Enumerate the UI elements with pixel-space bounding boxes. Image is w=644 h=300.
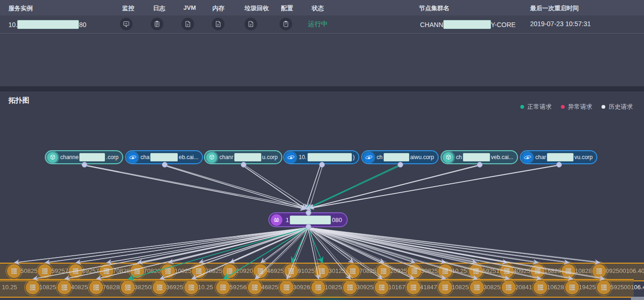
monitor-icon[interactable] xyxy=(120,18,133,30)
restart-time: 2019-07-23 10:57:31 xyxy=(530,20,591,28)
column-header: 垃圾回收 xyxy=(245,4,269,13)
node-label-suffix: ) xyxy=(353,154,355,160)
cluster-name: CHANNY-CORE xyxy=(420,20,516,29)
column-header: 最后一次重启时间 xyxy=(530,4,579,13)
instance-address: 10.80 xyxy=(8,20,86,29)
node-label-prefix: ch xyxy=(456,154,462,160)
legend-label: 正常请求 xyxy=(527,103,552,111)
link-anchor xyxy=(398,162,403,167)
section-divider xyxy=(0,86,644,91)
link-anchor xyxy=(162,162,168,167)
node-label-suffix: .corp xyxy=(106,154,119,160)
status-badge: 运行中 xyxy=(308,20,328,28)
topology-panel: 拓扑图 正常请求异常请求历史请求 50825592576925770828708… xyxy=(0,91,644,300)
table-header-row: 服务实例监控日志JVM内存垃圾回收配置状态节点集群名最后一次重启时间 xyxy=(0,0,644,15)
instance-row-band xyxy=(0,263,644,281)
browser-icon: e xyxy=(364,152,374,163)
node-label-suffix: 080 xyxy=(332,216,342,223)
redaction-box xyxy=(463,153,490,161)
node-label-suffix: veb.cai... xyxy=(491,154,513,160)
browser-icon: e xyxy=(286,152,296,163)
node-label-prefix: cha xyxy=(140,154,149,160)
legend-dot xyxy=(602,105,605,109)
redaction-box xyxy=(290,216,331,224)
redaction-box xyxy=(150,153,178,161)
legend-item[interactable]: 正常请求 xyxy=(520,103,552,111)
cube-icon xyxy=(47,152,58,163)
redaction-box xyxy=(384,153,409,161)
column-header: 配置 xyxy=(281,4,293,13)
link-anchor xyxy=(241,162,246,167)
jvm-doc-icon[interactable] xyxy=(182,18,194,30)
node-label-suffix: eb.cai... xyxy=(179,154,198,160)
link-anchor xyxy=(306,210,311,216)
instance-row-band xyxy=(0,279,634,298)
node-label-prefix: char xyxy=(535,154,546,160)
node-label-prefix: 1 xyxy=(286,216,289,223)
column-header: 内存 xyxy=(212,4,224,13)
redaction-box xyxy=(547,153,573,161)
node-label-prefix: chanr xyxy=(219,154,233,160)
memory-doc-icon[interactable] xyxy=(212,18,224,30)
cube-icon xyxy=(206,152,217,163)
service-instance-table: 服务实例监控日志JVM内存垃圾回收配置状态节点集群名最后一次重启时间 10.80… xyxy=(0,0,644,86)
node-label-suffix: vu.corp xyxy=(574,154,593,160)
browser-icon: e xyxy=(522,152,533,163)
link-anchor xyxy=(477,162,483,167)
link-anchor xyxy=(556,162,562,167)
gc-doc-icon[interactable] xyxy=(245,18,257,30)
legend-label: 历史请求 xyxy=(609,103,633,111)
redaction-box xyxy=(17,20,79,29)
link-anchor xyxy=(319,162,325,167)
column-header: 服务实例 xyxy=(8,4,33,13)
legend-item[interactable]: 历史请求 xyxy=(602,103,633,111)
node-label-suffix: u.corp xyxy=(262,154,278,160)
scroll-corner xyxy=(631,297,644,300)
legend-dot xyxy=(520,105,524,109)
column-header: JVM xyxy=(183,4,196,11)
browser-icon: e xyxy=(127,152,138,163)
cube-icon xyxy=(443,152,454,163)
topology-title: 拓扑图 xyxy=(8,96,29,105)
apm-dashboard: 服务实例监控日志JVM内存垃圾回收配置状态节点集群名最后一次重启时间 10.80… xyxy=(0,0,644,300)
log-icon[interactable] xyxy=(151,18,163,30)
config-clipboard-icon[interactable] xyxy=(280,18,292,30)
redaction-box xyxy=(79,153,105,161)
topology-legend: 正常请求异常请求历史请求 xyxy=(520,103,633,111)
column-header: 状态 xyxy=(312,4,324,13)
link-anchor xyxy=(82,162,87,167)
column-header: 监控 xyxy=(122,4,134,13)
node-label-prefix: 10. xyxy=(299,154,307,160)
redaction-box xyxy=(234,153,261,161)
legend-item[interactable]: 异常请求 xyxy=(561,103,592,111)
legend-label: 异常请求 xyxy=(568,103,592,111)
table-row[interactable]: 10.80 运行中 CHANNY-CORE 2019-07-23 10:57:3… xyxy=(0,15,644,34)
column-header: 日志 xyxy=(153,4,165,13)
server-icon xyxy=(271,214,282,226)
legend-dot xyxy=(561,105,565,109)
redaction-box xyxy=(308,153,352,161)
node-label-suffix: aiwu.corp xyxy=(410,154,434,160)
node-label-prefix: ch xyxy=(377,154,383,160)
link-anchor xyxy=(306,224,311,230)
node-label-prefix: channe xyxy=(60,154,78,160)
redaction-box xyxy=(443,20,491,29)
column-header: 节点集群名 xyxy=(419,4,449,13)
